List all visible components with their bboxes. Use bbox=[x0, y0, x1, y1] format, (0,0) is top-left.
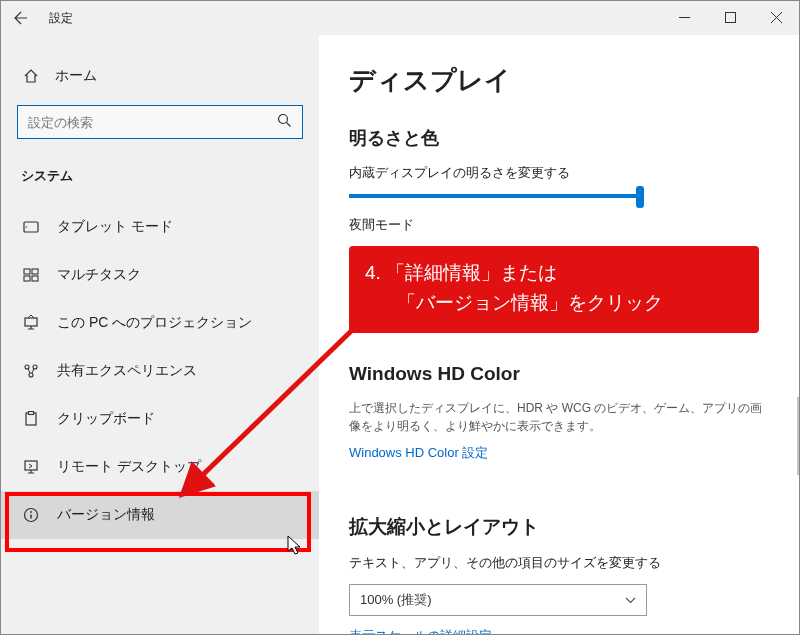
window-title: 設定 bbox=[49, 10, 73, 27]
sidebar: ホーム システム タブレット モード マルチタスク bbox=[1, 35, 319, 634]
sidebar-item-remote[interactable]: リモート デスクトップ bbox=[1, 443, 319, 491]
brightness-slider[interactable] bbox=[349, 194, 641, 198]
scale-value: 100% (推奨) bbox=[360, 591, 432, 609]
sidebar-item-label: マルチタスク bbox=[57, 266, 141, 284]
svg-rect-4 bbox=[24, 269, 30, 274]
multitask-icon bbox=[21, 267, 41, 283]
arrow-left-icon bbox=[13, 10, 29, 26]
projection-icon bbox=[21, 315, 41, 331]
scale-advanced-link[interactable]: 表示スケールの詳細設定 bbox=[349, 627, 492, 634]
chevron-down-icon bbox=[625, 594, 636, 606]
minimize-icon bbox=[679, 12, 690, 23]
svg-point-1 bbox=[279, 115, 288, 124]
sidebar-item-multitask[interactable]: マルチタスク bbox=[1, 251, 319, 299]
sidebar-item-clipboard[interactable]: クリップボード bbox=[1, 395, 319, 443]
sidebar-item-tablet[interactable]: タブレット モード bbox=[1, 203, 319, 251]
sidebar-item-projection[interactable]: この PC へのプロジェクション bbox=[1, 299, 319, 347]
share-icon bbox=[21, 363, 41, 379]
maximize-button[interactable] bbox=[707, 1, 753, 33]
hdcolor-link[interactable]: Windows HD Color 設定 bbox=[349, 444, 488, 462]
minimize-button[interactable] bbox=[661, 1, 707, 33]
svg-rect-7 bbox=[32, 276, 38, 281]
sidebar-item-label: 共有エクスペリエンス bbox=[57, 362, 197, 380]
home-label: ホーム bbox=[55, 67, 97, 85]
content-pane: ディスプレイ 明るさと色 内蔵ディスプレイの明るさを変更する 夜間モード 4. … bbox=[319, 35, 799, 634]
info-icon bbox=[21, 507, 41, 523]
hdcolor-description: 上で選択したディスプレイに、HDR や WCG のビデオ、ゲーム、アプリの画像を… bbox=[349, 399, 769, 435]
search-input[interactable] bbox=[28, 115, 277, 130]
titlebar: 設定 bbox=[1, 1, 799, 35]
scale-label: テキスト、アプリ、その他の項目のサイズを変更する bbox=[349, 554, 769, 572]
sidebar-item-label: リモート デスクトップ bbox=[57, 458, 201, 476]
callout-line1: 4. 「詳細情報」または bbox=[365, 258, 743, 288]
svg-rect-5 bbox=[32, 269, 38, 274]
category-label: システム bbox=[1, 159, 319, 203]
clipboard-icon bbox=[21, 411, 41, 427]
night-mode-label: 夜間モード bbox=[349, 216, 769, 234]
tablet-icon bbox=[21, 219, 41, 235]
page-title: ディスプレイ bbox=[349, 63, 769, 98]
callout-line2: 「バージョン情報」をクリック bbox=[365, 288, 743, 318]
sidebar-item-label: クリップボード bbox=[57, 410, 155, 428]
maximize-icon bbox=[725, 12, 736, 23]
slider-thumb[interactable] bbox=[636, 186, 644, 208]
home-icon bbox=[21, 68, 41, 84]
brightness-subhead: 明るさと色 bbox=[349, 126, 769, 150]
svg-rect-0 bbox=[725, 12, 735, 22]
svg-rect-8 bbox=[25, 318, 37, 326]
hdcolor-head: Windows HD Color bbox=[349, 363, 769, 385]
sidebar-item-about[interactable]: バージョン情報 bbox=[1, 491, 319, 539]
close-icon bbox=[771, 12, 782, 23]
annotation-callout: 4. 「詳細情報」または 「バージョン情報」をクリック bbox=[349, 246, 759, 333]
sidebar-item-label: この PC へのプロジェクション bbox=[57, 314, 252, 332]
settings-window: 設定 ホーム bbox=[0, 0, 800, 635]
search-field[interactable] bbox=[17, 105, 303, 139]
scale-head: 拡大縮小とレイアウト bbox=[349, 514, 769, 540]
svg-point-16 bbox=[30, 511, 32, 513]
svg-point-11 bbox=[29, 373, 33, 377]
sidebar-item-label: タブレット モード bbox=[57, 218, 173, 236]
window-controls bbox=[661, 1, 799, 33]
remote-desktop-icon bbox=[21, 459, 41, 475]
home-navitem[interactable]: ホーム bbox=[1, 59, 319, 99]
search-icon bbox=[277, 113, 292, 131]
scale-dropdown[interactable]: 100% (推奨) bbox=[349, 584, 647, 616]
scrollbar-indicator[interactable] bbox=[797, 397, 799, 475]
svg-rect-6 bbox=[24, 276, 30, 281]
svg-point-3 bbox=[26, 226, 27, 227]
close-button[interactable] bbox=[753, 1, 799, 33]
svg-rect-13 bbox=[29, 412, 34, 415]
sidebar-item-label: バージョン情報 bbox=[57, 506, 155, 524]
sidebar-item-share[interactable]: 共有エクスペリエンス bbox=[1, 347, 319, 395]
main-area: ホーム システム タブレット モード マルチタスク bbox=[1, 35, 799, 634]
back-button[interactable] bbox=[1, 10, 41, 26]
brightness-label: 内蔵ディスプレイの明るさを変更する bbox=[349, 164, 769, 182]
